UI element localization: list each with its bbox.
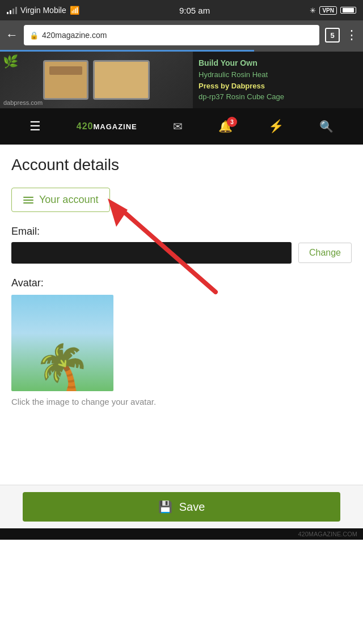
avatar-section: Avatar: 🌴 Click the image to change your… <box>11 277 352 406</box>
watermark: 420MAGAZINE.COM <box>0 528 363 540</box>
svg-marker-2 <box>108 198 128 227</box>
hamburger-icon[interactable]: ☰ <box>29 119 41 134</box>
save-bar: 💾 Save <box>0 485 363 528</box>
ad-line-1: Build Your Own <box>199 57 357 69</box>
ad-line-3: Press by Dabpress <box>199 80 357 92</box>
palm-tree-icon: 🌴 <box>32 344 93 391</box>
tab-count[interactable]: 5 <box>325 28 340 43</box>
vpn-badge: VPN <box>319 6 337 15</box>
ad-site: dabpress.com <box>3 99 43 106</box>
ad-line-4: dp-rp37 Rosin Cube Cage <box>199 91 357 103</box>
watermark-text: 420MAGAZINE.COM <box>298 531 357 537</box>
status-bar-left: Virgin Mobile 📶 <box>7 6 79 15</box>
your-account-button[interactable]: Your account <box>11 188 110 212</box>
page-content: Account details Your account Email: <box>0 145 363 485</box>
status-time: 9:05 am <box>179 6 210 15</box>
email-label: Email: <box>11 226 352 238</box>
logo-magazine: MAGAZINE <box>93 122 137 131</box>
search-icon[interactable]: 🔍 <box>319 120 334 133</box>
save-icon: 💾 <box>158 500 172 514</box>
status-bar: Virgin Mobile 📶 9:05 am ✳ VPN <box>0 0 363 20</box>
lock-icon: 🔒 <box>29 31 39 40</box>
machine-shape-1 <box>43 60 88 100</box>
carrier-name: Virgin Mobile <box>20 6 66 15</box>
avatar-sky-background: 🌴 <box>11 295 113 391</box>
site-nav: ☰ 420MAGAZINE ✉ 🔔 3 ⚡ 🔍 <box>0 108 363 145</box>
battery-indicator <box>340 7 356 14</box>
bolt-icon[interactable]: ⚡ <box>268 119 284 134</box>
brightness-icon: ✳ <box>310 6 316 15</box>
save-label: Save <box>179 501 205 514</box>
site-logo[interactable]: 420MAGAZINE <box>77 121 137 132</box>
ad-machine-visual <box>43 60 150 100</box>
menu-lines-icon <box>23 197 33 204</box>
signal-bars <box>7 6 17 14</box>
back-button[interactable]: ← <box>6 28 18 43</box>
notification-badge: 3 <box>227 117 237 127</box>
machine-shape-2 <box>93 60 150 100</box>
status-bar-right: ✳ VPN <box>310 6 356 15</box>
save-button[interactable]: 💾 Save <box>23 492 340 522</box>
change-email-button[interactable]: Change <box>298 243 352 263</box>
ad-line-2: Hydraulic Rosin Heat <box>199 69 357 80</box>
browser-bar: ← 🔒 420magazine.com 5 ⋮ <box>0 20 363 50</box>
page-title: Account details <box>11 156 352 174</box>
url-text: 420magazine.com <box>42 31 107 40</box>
email-value-redacted <box>11 242 292 264</box>
avatar-caption: Click the image to change your avatar. <box>11 397 352 406</box>
ad-banner-text: Build Your Own Hydraulic Rosin Heat Pres… <box>193 53 363 107</box>
mail-icon[interactable]: ✉ <box>173 120 183 133</box>
ad-banner[interactable]: 🌿 Build Your Own Hydraulic Rosin Heat Pr… <box>0 52 363 108</box>
browser-menu-button[interactable]: ⋮ <box>345 28 357 43</box>
notification-bell-container[interactable]: 🔔 3 <box>218 120 233 133</box>
avatar-label: Avatar: <box>11 277 352 289</box>
wifi-icon: 📶 <box>70 6 79 15</box>
address-bar[interactable]: 🔒 420magazine.com <box>24 25 319 45</box>
leaf-icon: 🌿 <box>3 54 18 69</box>
logo-420: 420 <box>77 121 94 131</box>
avatar-image[interactable]: 🌴 <box>11 295 113 391</box>
email-section: Email: Change <box>11 226 352 264</box>
email-row: Change <box>11 242 352 264</box>
your-account-label: Your account <box>39 194 98 206</box>
